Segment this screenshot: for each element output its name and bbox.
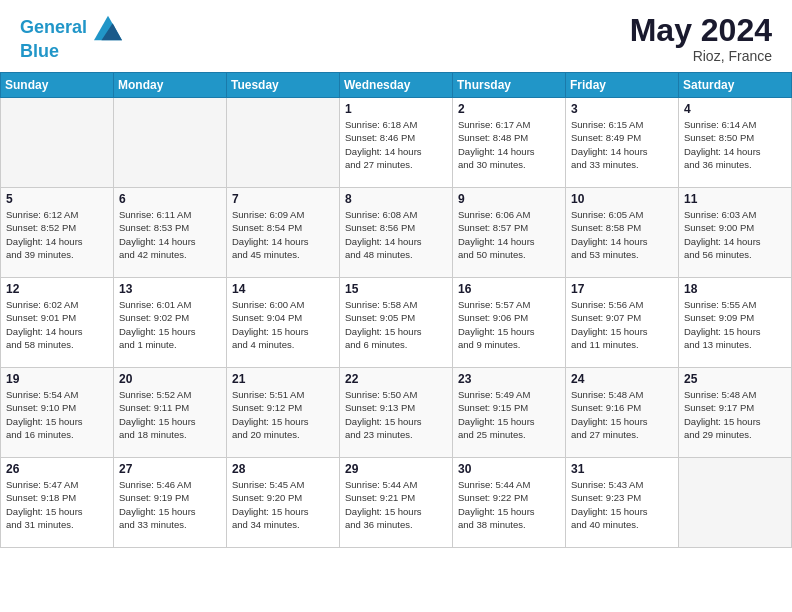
calendar-cell: 29Sunrise: 5:44 AM Sunset: 9:21 PM Dayli… — [340, 458, 453, 548]
calendar-cell: 21Sunrise: 5:51 AM Sunset: 9:12 PM Dayli… — [227, 368, 340, 458]
day-info: Sunrise: 6:09 AM Sunset: 8:54 PM Dayligh… — [232, 208, 334, 261]
day-number: 2 — [458, 102, 560, 116]
weekday-header-tuesday: Tuesday — [227, 73, 340, 98]
logo-text: General — [20, 14, 122, 42]
day-number: 18 — [684, 282, 786, 296]
calendar-cell: 31Sunrise: 5:43 AM Sunset: 9:23 PM Dayli… — [566, 458, 679, 548]
day-info: Sunrise: 5:48 AM Sunset: 9:16 PM Dayligh… — [571, 388, 673, 441]
month-year: May 2024 — [630, 14, 772, 46]
day-number: 13 — [119, 282, 221, 296]
day-info: Sunrise: 6:08 AM Sunset: 8:56 PM Dayligh… — [345, 208, 447, 261]
day-number: 22 — [345, 372, 447, 386]
calendar-cell: 24Sunrise: 5:48 AM Sunset: 9:16 PM Dayli… — [566, 368, 679, 458]
weekday-header-monday: Monday — [114, 73, 227, 98]
day-info: Sunrise: 5:56 AM Sunset: 9:07 PM Dayligh… — [571, 298, 673, 351]
calendar-cell: 1Sunrise: 6:18 AM Sunset: 8:46 PM Daylig… — [340, 98, 453, 188]
day-number: 10 — [571, 192, 673, 206]
calendar-cell: 25Sunrise: 5:48 AM Sunset: 9:17 PM Dayli… — [679, 368, 792, 458]
day-info: Sunrise: 5:51 AM Sunset: 9:12 PM Dayligh… — [232, 388, 334, 441]
weekday-header-sunday: Sunday — [1, 73, 114, 98]
calendar-cell: 4Sunrise: 6:14 AM Sunset: 8:50 PM Daylig… — [679, 98, 792, 188]
day-info: Sunrise: 6:17 AM Sunset: 8:48 PM Dayligh… — [458, 118, 560, 171]
calendar-cell — [679, 458, 792, 548]
calendar-cell: 26Sunrise: 5:47 AM Sunset: 9:18 PM Dayli… — [1, 458, 114, 548]
day-info: Sunrise: 5:45 AM Sunset: 9:20 PM Dayligh… — [232, 478, 334, 531]
logo-icon — [94, 14, 122, 42]
day-number: 14 — [232, 282, 334, 296]
day-number: 4 — [684, 102, 786, 116]
day-number: 15 — [345, 282, 447, 296]
day-number: 21 — [232, 372, 334, 386]
calendar-cell: 8Sunrise: 6:08 AM Sunset: 8:56 PM Daylig… — [340, 188, 453, 278]
day-info: Sunrise: 6:12 AM Sunset: 8:52 PM Dayligh… — [6, 208, 108, 261]
day-number: 26 — [6, 462, 108, 476]
weekday-header-wednesday: Wednesday — [340, 73, 453, 98]
day-info: Sunrise: 5:54 AM Sunset: 9:10 PM Dayligh… — [6, 388, 108, 441]
day-number: 16 — [458, 282, 560, 296]
location: Rioz, France — [630, 48, 772, 64]
day-info: Sunrise: 6:11 AM Sunset: 8:53 PM Dayligh… — [119, 208, 221, 261]
page-header: General Blue May 2024 Rioz, France — [0, 0, 792, 72]
week-row-4: 19Sunrise: 5:54 AM Sunset: 9:10 PM Dayli… — [1, 368, 792, 458]
day-number: 20 — [119, 372, 221, 386]
day-info: Sunrise: 5:47 AM Sunset: 9:18 PM Dayligh… — [6, 478, 108, 531]
day-number: 29 — [345, 462, 447, 476]
day-info: Sunrise: 6:18 AM Sunset: 8:46 PM Dayligh… — [345, 118, 447, 171]
day-number: 28 — [232, 462, 334, 476]
calendar-cell: 28Sunrise: 5:45 AM Sunset: 9:20 PM Dayli… — [227, 458, 340, 548]
day-number: 1 — [345, 102, 447, 116]
day-number: 3 — [571, 102, 673, 116]
calendar-cell: 3Sunrise: 6:15 AM Sunset: 8:49 PM Daylig… — [566, 98, 679, 188]
calendar-cell: 15Sunrise: 5:58 AM Sunset: 9:05 PM Dayli… — [340, 278, 453, 368]
day-number: 19 — [6, 372, 108, 386]
title-block: May 2024 Rioz, France — [630, 14, 772, 64]
calendar-cell: 18Sunrise: 5:55 AM Sunset: 9:09 PM Dayli… — [679, 278, 792, 368]
day-info: Sunrise: 6:05 AM Sunset: 8:58 PM Dayligh… — [571, 208, 673, 261]
logo-general: General — [20, 17, 87, 37]
calendar-cell: 10Sunrise: 6:05 AM Sunset: 8:58 PM Dayli… — [566, 188, 679, 278]
day-info: Sunrise: 5:55 AM Sunset: 9:09 PM Dayligh… — [684, 298, 786, 351]
weekday-header-saturday: Saturday — [679, 73, 792, 98]
day-info: Sunrise: 6:02 AM Sunset: 9:01 PM Dayligh… — [6, 298, 108, 351]
day-number: 17 — [571, 282, 673, 296]
day-info: Sunrise: 6:01 AM Sunset: 9:02 PM Dayligh… — [119, 298, 221, 351]
day-info: Sunrise: 5:52 AM Sunset: 9:11 PM Dayligh… — [119, 388, 221, 441]
calendar-table: SundayMondayTuesdayWednesdayThursdayFrid… — [0, 72, 792, 548]
day-number: 23 — [458, 372, 560, 386]
day-info: Sunrise: 5:44 AM Sunset: 9:22 PM Dayligh… — [458, 478, 560, 531]
day-number: 7 — [232, 192, 334, 206]
day-info: Sunrise: 5:44 AM Sunset: 9:21 PM Dayligh… — [345, 478, 447, 531]
calendar-cell: 30Sunrise: 5:44 AM Sunset: 9:22 PM Dayli… — [453, 458, 566, 548]
week-row-5: 26Sunrise: 5:47 AM Sunset: 9:18 PM Dayli… — [1, 458, 792, 548]
calendar-cell: 23Sunrise: 5:49 AM Sunset: 9:15 PM Dayli… — [453, 368, 566, 458]
day-number: 25 — [684, 372, 786, 386]
day-number: 24 — [571, 372, 673, 386]
calendar-cell: 12Sunrise: 6:02 AM Sunset: 9:01 PM Dayli… — [1, 278, 114, 368]
week-row-3: 12Sunrise: 6:02 AM Sunset: 9:01 PM Dayli… — [1, 278, 792, 368]
day-info: Sunrise: 5:49 AM Sunset: 9:15 PM Dayligh… — [458, 388, 560, 441]
calendar-cell: 19Sunrise: 5:54 AM Sunset: 9:10 PM Dayli… — [1, 368, 114, 458]
day-number: 27 — [119, 462, 221, 476]
weekday-header-friday: Friday — [566, 73, 679, 98]
week-row-2: 5Sunrise: 6:12 AM Sunset: 8:52 PM Daylig… — [1, 188, 792, 278]
day-info: Sunrise: 5:57 AM Sunset: 9:06 PM Dayligh… — [458, 298, 560, 351]
day-info: Sunrise: 6:14 AM Sunset: 8:50 PM Dayligh… — [684, 118, 786, 171]
calendar-cell — [114, 98, 227, 188]
calendar-cell: 14Sunrise: 6:00 AM Sunset: 9:04 PM Dayli… — [227, 278, 340, 368]
calendar-cell: 17Sunrise: 5:56 AM Sunset: 9:07 PM Dayli… — [566, 278, 679, 368]
day-number: 12 — [6, 282, 108, 296]
day-info: Sunrise: 5:48 AM Sunset: 9:17 PM Dayligh… — [684, 388, 786, 441]
day-info: Sunrise: 5:43 AM Sunset: 9:23 PM Dayligh… — [571, 478, 673, 531]
week-row-1: 1Sunrise: 6:18 AM Sunset: 8:46 PM Daylig… — [1, 98, 792, 188]
day-number: 6 — [119, 192, 221, 206]
day-info: Sunrise: 6:15 AM Sunset: 8:49 PM Dayligh… — [571, 118, 673, 171]
day-info: Sunrise: 5:58 AM Sunset: 9:05 PM Dayligh… — [345, 298, 447, 351]
logo-blue: Blue — [20, 42, 122, 62]
day-number: 11 — [684, 192, 786, 206]
calendar-cell: 7Sunrise: 6:09 AM Sunset: 8:54 PM Daylig… — [227, 188, 340, 278]
calendar-cell: 5Sunrise: 6:12 AM Sunset: 8:52 PM Daylig… — [1, 188, 114, 278]
calendar-cell: 20Sunrise: 5:52 AM Sunset: 9:11 PM Dayli… — [114, 368, 227, 458]
calendar-cell: 16Sunrise: 5:57 AM Sunset: 9:06 PM Dayli… — [453, 278, 566, 368]
weekday-header-row: SundayMondayTuesdayWednesdayThursdayFrid… — [1, 73, 792, 98]
day-info: Sunrise: 6:00 AM Sunset: 9:04 PM Dayligh… — [232, 298, 334, 351]
